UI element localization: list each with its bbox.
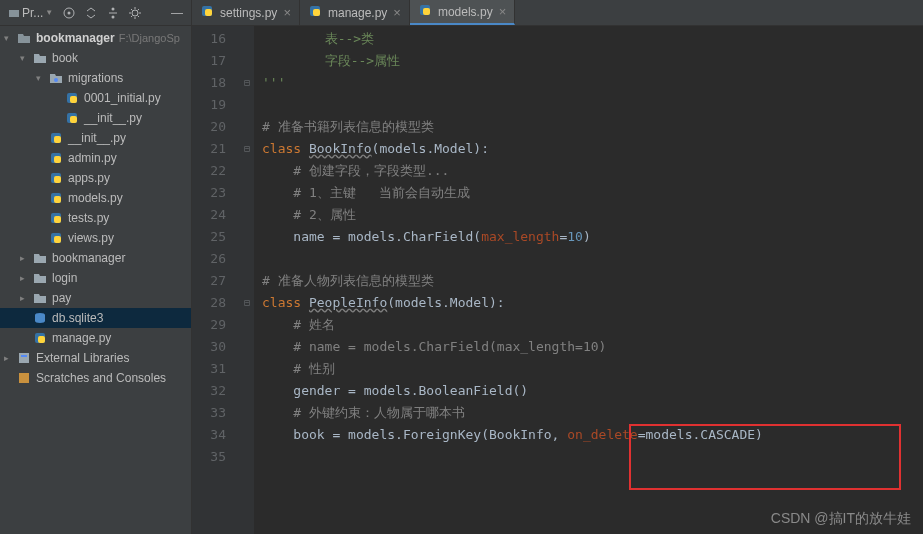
py-icon	[48, 191, 64, 205]
tree-label: db.sqlite3	[52, 311, 103, 325]
code-line[interactable]: # 外键约束：人物属于哪本书	[262, 402, 923, 424]
py-icon	[48, 151, 64, 165]
code-line[interactable]: # 性别	[262, 358, 923, 380]
code-line[interactable]: # 准备书籍列表信息的模型类	[262, 116, 923, 138]
code-content[interactable]: 表-->类 字段-->属性'''# 准备书籍列表信息的模型类class Book…	[254, 26, 923, 534]
code-line[interactable]: class BookInfo(models.Model):	[262, 138, 923, 160]
tree-item-__init__-py[interactable]: __init__.py	[0, 128, 191, 148]
code-line[interactable]	[262, 94, 923, 116]
expand-all-icon[interactable]	[81, 3, 101, 23]
line-number: 21	[192, 138, 240, 160]
tree-item-bookmanager[interactable]: ▾bookmanagerF:\DjangoSp	[0, 28, 191, 48]
fold-marker	[240, 402, 254, 424]
code-line[interactable]: # 1、主键 当前会自动生成	[262, 182, 923, 204]
tree-item-book[interactable]: ▾book	[0, 48, 191, 68]
project-dropdown-label: Pr...	[22, 6, 43, 20]
tree-item-0001_initial-py[interactable]: 0001_initial.py	[0, 88, 191, 108]
dir-icon	[32, 51, 48, 65]
code-line[interactable]: 字段-->属性	[262, 50, 923, 72]
project-dropdown[interactable]: Pr... ▼	[4, 6, 57, 20]
svg-rect-21	[54, 216, 61, 223]
close-icon[interactable]: ×	[393, 5, 401, 20]
line-number: 35	[192, 446, 240, 468]
code-line[interactable]: class PeopleInfo(models.Model):	[262, 292, 923, 314]
py-icon	[48, 211, 64, 225]
tree-item-external-libraries[interactable]: ▸External Libraries	[0, 348, 191, 368]
tree-item-__init__-py[interactable]: __init__.py	[0, 108, 191, 128]
svg-point-5	[112, 15, 115, 18]
fold-marker	[240, 160, 254, 182]
line-number: 24	[192, 204, 240, 226]
tree-label: bookmanager	[52, 251, 125, 265]
fold-marker	[240, 248, 254, 270]
code-line[interactable]	[262, 446, 923, 468]
tab-manage-py[interactable]: manage.py×	[300, 0, 410, 25]
line-number: 18	[192, 72, 240, 94]
fold-marker	[240, 94, 254, 116]
target-icon[interactable]	[59, 3, 79, 23]
code-area: 1617181920212223242526272829303132333435…	[192, 26, 923, 534]
divide-icon[interactable]	[103, 3, 123, 23]
svg-rect-26	[38, 336, 45, 343]
tree-item-scratches-and-consoles[interactable]: Scratches and Consoles	[0, 368, 191, 388]
minimize-icon[interactable]: —	[167, 3, 187, 23]
tab-models-py[interactable]: models.py×	[410, 0, 515, 25]
tab-label: models.py	[438, 5, 493, 19]
close-icon[interactable]: ×	[499, 4, 507, 19]
tree-label: Scratches and Consoles	[36, 371, 166, 385]
dir-icon	[32, 271, 48, 285]
code-line[interactable]: # name = models.CharField(max_length=10)	[262, 336, 923, 358]
tree-item-apps-py[interactable]: apps.py	[0, 168, 191, 188]
tab-label: settings.py	[220, 6, 277, 20]
svg-rect-13	[54, 136, 61, 143]
py-icon	[418, 3, 432, 20]
fold-marker[interactable]: ⊟	[240, 292, 254, 314]
tree-label: External Libraries	[36, 351, 129, 365]
code-line[interactable]: name = models.CharField(max_length=10)	[262, 226, 923, 248]
line-number: 33	[192, 402, 240, 424]
line-number: 22	[192, 160, 240, 182]
line-number: 31	[192, 358, 240, 380]
svg-rect-23	[54, 236, 61, 243]
fold-marker[interactable]: ⊟	[240, 138, 254, 160]
code-line[interactable]	[262, 248, 923, 270]
tab-settings-py[interactable]: settings.py×	[192, 0, 300, 25]
code-line[interactable]: '''	[262, 72, 923, 94]
py-icon	[64, 111, 80, 125]
svg-rect-15	[54, 156, 61, 163]
tree-item-models-py[interactable]: models.py	[0, 188, 191, 208]
code-line[interactable]: # 准备人物列表信息的模型类	[262, 270, 923, 292]
fold-marker[interactable]: ⊟	[240, 72, 254, 94]
tree-item-pay[interactable]: ▸pay	[0, 288, 191, 308]
code-line[interactable]: 表-->类	[262, 28, 923, 50]
code-line[interactable]: # 姓名	[262, 314, 923, 336]
watermark: CSDN @搞IT的放牛娃	[771, 510, 911, 528]
code-line[interactable]: book = models.ForeignKey(BookInfo, on_de…	[262, 424, 923, 446]
py-icon	[48, 131, 64, 145]
tree-item-db-sqlite3[interactable]: db.sqlite3	[0, 308, 191, 328]
line-number: 17	[192, 50, 240, 72]
tree-label: __init__.py	[68, 131, 126, 145]
line-number: 29	[192, 314, 240, 336]
tree-item-login[interactable]: ▸login	[0, 268, 191, 288]
tree-item-bookmanager[interactable]: ▸bookmanager	[0, 248, 191, 268]
tree-arrow-icon: ▾	[36, 73, 48, 83]
tree-label: admin.py	[68, 151, 117, 165]
project-tree: ▾bookmanagerF:\DjangoSp▾book▾migrations0…	[0, 26, 191, 534]
code-line[interactable]: # 2、属性	[262, 204, 923, 226]
line-number: 25	[192, 226, 240, 248]
fold-marker	[240, 116, 254, 138]
code-line[interactable]: gender = models.BooleanField()	[262, 380, 923, 402]
line-number: 26	[192, 248, 240, 270]
pkg-icon	[48, 71, 64, 85]
tree-item-tests-py[interactable]: tests.py	[0, 208, 191, 228]
tree-item-admin-py[interactable]: admin.py	[0, 148, 191, 168]
gear-icon[interactable]	[125, 3, 145, 23]
tree-item-manage-py[interactable]: manage.py	[0, 328, 191, 348]
tree-item-views-py[interactable]: views.py	[0, 228, 191, 248]
tree-arrow-icon: ▾	[20, 53, 32, 63]
code-line[interactable]: # 创建字段，字段类型...	[262, 160, 923, 182]
tree-item-migrations[interactable]: ▾migrations	[0, 68, 191, 88]
svg-rect-19	[54, 196, 61, 203]
close-icon[interactable]: ×	[283, 5, 291, 20]
